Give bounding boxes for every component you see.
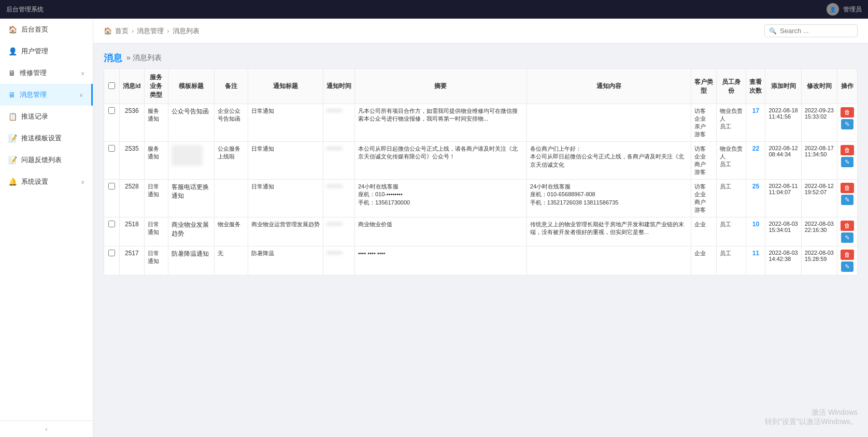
user-name: 管理员 (843, 5, 862, 14)
user-mgmt-icon: 👤 (8, 47, 17, 55)
feedback-list-icon: 📝 (8, 156, 17, 164)
search-input[interactable] (780, 27, 847, 35)
cell-template-2: 客服电话更换通知 (168, 180, 214, 217)
cell-remark-2 (214, 180, 248, 217)
cell-customer-type-1: 访客企业商户游客 (691, 142, 716, 180)
cell-service-type-3: 日常通知 (144, 217, 168, 246)
row-checkbox-cell[interactable] (104, 217, 120, 246)
col-content: 通知内容 (527, 69, 691, 104)
cell-notify-time-3: •••••••• (323, 217, 354, 246)
sidebar-item-label-home: 后台首页 (21, 25, 84, 34)
search-box[interactable]: 🔍 (764, 24, 858, 37)
sidebar-item-home[interactable]: 🏠 后台首页 (0, 19, 93, 40)
row-checkbox-1[interactable] (108, 145, 115, 152)
sidebar: 🏠 后台首页 👤 用户管理 🖥 维修管理 ∨ 🖥 消息管理 ∨ 📋 推送记录 📝… (0, 19, 93, 437)
sidebar-item-msg-mgmt[interactable]: 🖥 消息管理 ∨ (0, 84, 93, 106)
cell-id-2: 2528 (120, 180, 145, 217)
table-row: 2536 服务通知 公众号告知函 企业公众号告知函 日常通知 •••••••• … (104, 104, 858, 142)
cell-modify-time-0: 2022-09-2315:33:02 (801, 104, 837, 142)
messages-table: 消息id 服务业务类型 模板标题 备注 通知标题 通知时间 摘要 通知内容 客户… (104, 68, 858, 275)
edit-button-4[interactable]: ✎ (841, 261, 853, 272)
sidebar-item-label-user-mgmt: 用户管理 (21, 47, 84, 56)
cell-add-time-4: 2022-08-0314:42:38 (765, 246, 801, 275)
edit-button-0[interactable]: ✎ (841, 119, 853, 129)
cell-modify-time-1: 2022-08-1711:34:50 (801, 142, 837, 180)
select-all-checkbox[interactable] (108, 82, 115, 89)
cell-template-4: 防暑降温通知 (168, 246, 214, 275)
col-views: 查看次数 (746, 69, 765, 104)
col-summary: 摘要 (354, 69, 527, 104)
cell-notify-time-0: •••••••• (323, 104, 354, 142)
row-checkbox-2[interactable] (108, 183, 115, 190)
cell-content-1: 各位商户们上午好： 本公司从即日起微信公众号正式上线，各商户请及时关注《北京天信… (527, 142, 691, 180)
cell-remark-4: 无 (214, 246, 248, 275)
edit-button-3[interactable]: ✎ (841, 232, 853, 243)
sidebar-item-label-msg-mgmt: 消息管理 (20, 90, 75, 99)
sidebar-item-sys-settings[interactable]: 🔔 系统设置 ∨ (0, 171, 93, 193)
edit-button-1[interactable]: ✎ (841, 157, 853, 167)
table-area: 消息id 服务业务类型 模板标题 备注 通知标题 通知时间 摘要 通知内容 客户… (93, 68, 868, 437)
cell-modify-time-2: 2022-08-1219:52:07 (801, 180, 837, 217)
delete-button-2[interactable]: 🗑 (841, 183, 854, 193)
col-notify-title: 通知标题 (248, 69, 323, 104)
row-checkbox-cell[interactable] (104, 180, 120, 217)
cell-customer-type-0: 访客企业亲户游客 (691, 104, 716, 142)
cell-staff-type-0: 物业负责人员工 (716, 104, 746, 142)
search-icon: 🔍 (769, 27, 777, 35)
delete-button-1[interactable]: 🗑 (841, 145, 854, 155)
delete-button-0[interactable]: 🗑 (841, 107, 854, 118)
col-id: 消息id (120, 69, 145, 104)
row-checkbox-cell[interactable] (104, 104, 120, 142)
table-row: 2535 服务通知 公众服务上线啦 日常通知 •••••••• 本公司从即日起微… (104, 142, 858, 180)
edit-button-2[interactable]: ✎ (841, 195, 853, 205)
col-modify-time: 修改时间 (801, 69, 837, 104)
cell-template-3: 商业物业发展趋势 (168, 217, 214, 246)
row-checkbox-0[interactable] (108, 107, 115, 114)
col-action: 操作 (837, 69, 857, 104)
cell-add-time-1: 2022-08-1208:44:34 (765, 142, 801, 180)
cell-notify-title-4: 防暑降温 (248, 246, 323, 275)
row-checkbox-cell[interactable] (104, 142, 120, 180)
cell-customer-type-2: 访客企业商户游客 (691, 180, 716, 217)
cell-service-type-1: 服务通知 (144, 142, 168, 180)
table-row: 2518 日常通知 商业物业发展趋势 物业服务 商业物业运营管理发展趋势 •••… (104, 217, 858, 246)
cell-content-0 (527, 104, 691, 142)
cell-summary-3: 商业物业价值 (354, 217, 527, 246)
cell-customer-type-3: 企业 (691, 217, 716, 246)
col-add-time: 添加时间 (765, 69, 801, 104)
sidebar-item-label-repair-mgmt: 维修管理 (20, 68, 77, 78)
app-title: 后台管理系统 (6, 5, 44, 14)
delete-button-4[interactable]: 🗑 (841, 250, 854, 260)
cell-notify-time-1: •••••••• (323, 142, 354, 180)
row-checkbox-cell[interactable] (104, 246, 120, 275)
cell-service-type-0: 服务通知 (144, 104, 168, 142)
table-row: 2528 日常通知 客服电话更换通知 日常通知 •••••••• 24小时在线客… (104, 180, 858, 217)
home-icon: 🏠 (104, 27, 112, 35)
row-checkbox-4[interactable] (108, 250, 115, 256)
col-staff-type: 员工身份 (716, 69, 746, 104)
cell-modify-time-4: 2022-08-0315:28:59 (801, 246, 837, 275)
cell-views-4: 11 (746, 246, 765, 275)
sidebar-item-push-records[interactable]: 📋 推送记录 (0, 106, 93, 127)
breadcrumb-parent[interactable]: 消息管理 (137, 26, 164, 36)
cell-views-3: 10 (746, 217, 765, 246)
cell-staff-type-3: 员工 (716, 217, 746, 246)
home-icon: 🏠 (8, 25, 17, 34)
row-checkbox-3[interactable] (108, 221, 115, 227)
sidebar-item-user-mgmt[interactable]: 👤 用户管理 (0, 40, 93, 62)
sidebar-item-label-push-template: 推送模板设置 (21, 134, 84, 143)
cell-template-1 (168, 142, 214, 180)
breadcrumb-home[interactable]: 首页 (115, 26, 129, 36)
cell-id-0: 2536 (120, 104, 145, 142)
col-checkbox (104, 69, 120, 104)
breadcrumb-current: 消息列表 (173, 26, 200, 36)
push-records-icon: 📋 (8, 112, 17, 121)
cell-notify-title-0: 日常通知 (248, 104, 323, 142)
cell-action-1: 🗑 ✎ (837, 142, 857, 180)
sidebar-item-repair-mgmt[interactable]: 🖥 维修管理 ∨ (0, 62, 93, 84)
delete-button-3[interactable]: 🗑 (841, 221, 854, 231)
sidebar-item-feedback-list[interactable]: 📝 问题反馈列表 (0, 149, 93, 171)
sidebar-collapse-button[interactable]: ‹ (0, 420, 93, 437)
cell-service-type-2: 日常通知 (144, 180, 168, 217)
sidebar-item-push-template[interactable]: 📝 推送模板设置 (0, 127, 93, 149)
